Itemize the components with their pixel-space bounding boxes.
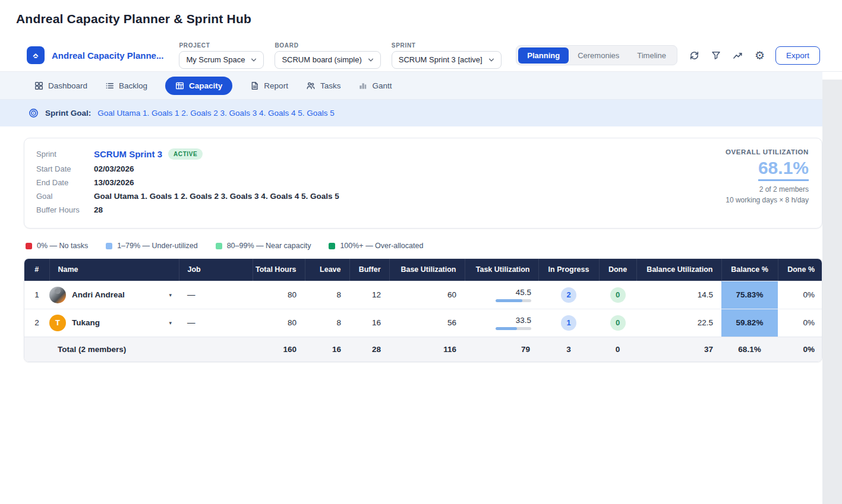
chevron-down-icon [488,58,494,62]
member: Andri Andreal▾ [49,287,179,303]
member: TTukang▾ [49,315,179,331]
capacity-icon [175,81,184,90]
tasks-icon [306,81,316,90]
col-header-balance-: Balance % [721,259,778,281]
field-value-text: Goal Utama 1. Goals 1 2. Goals 2 3. Goal… [94,192,339,201]
nav-item-label: Tasks [320,81,341,90]
col-header-buffer: Buffer [349,259,389,281]
sprint-select[interactable]: SCRUM Sprint 3 [active] [392,51,502,69]
board-select[interactable]: SCRUM board (simple) [275,51,380,69]
backlog-icon [105,81,114,90]
in-progress-badge[interactable]: 2 [561,287,576,303]
field-end-date: End Date13/03/2026 [36,178,339,187]
sprint-summary-card: SprintSCRUM Sprint 3ACTIVEStart Date02/0… [24,138,822,229]
page-title: Andreal Capacity Planner & Sprint Hub [16,12,842,26]
table-row: 1Andri Andreal▾—808126045.52014.575.83%0… [24,281,822,309]
context-selectors: PROJECTMy Scrum SpaceBOARDSCRUM board (s… [179,42,501,69]
field-value-text: 13/03/2026 [94,178,134,187]
col-header--: # [24,259,49,281]
nav-item-dashboard[interactable]: Dashboard [34,81,87,90]
done-badge[interactable]: 0 [610,315,626,331]
total-done: 0 [599,337,636,362]
target-icon [29,108,39,118]
nav-item-report[interactable]: Report [250,81,288,90]
job-cell: — [179,309,253,337]
col-header-total-hours: Total Hours [253,259,305,281]
export-button[interactable]: Export [775,46,820,65]
col-header-done: Done [599,259,636,281]
col-header-name: Name [49,259,179,281]
total-label: Total (2 members) [49,337,179,362]
table-total-row: Total (2 members)160162811679303768.1%0% [24,337,822,362]
logo-arrow-up-icon [31,50,40,60]
task-utilization: 33.5 [465,316,538,330]
leave-cell: 8 [305,281,349,309]
chevron-down-icon [368,58,374,62]
legend-label: 1–79% — Under-utilized [117,242,198,250]
view-tab-ceremonies[interactable]: Ceremonies [569,47,628,64]
total-base-utilization: 116 [389,337,465,362]
done-pct-cell: 0% [778,309,822,337]
selected-value: SCRUM board (simple) [282,55,361,64]
done-cell: 0 [599,309,636,337]
gear-icon[interactable]: ⚙ [755,50,765,61]
row-expand-caret-icon[interactable]: ▾ [169,292,172,298]
done-badge[interactable]: 0 [610,287,626,303]
selector-sprint: SPRINTSCRUM Sprint 3 [active] [392,42,502,69]
sprint-goal-text: Goal Utama 1. Goals 1 2. Goals 2 3. Goal… [97,109,334,118]
nav-item-backlog[interactable]: Backlog [105,81,147,90]
legend-label: 100%+ — Over-allocated [340,242,423,250]
legend-item: 0% — No tasks [26,242,88,250]
sprint-fields: SprintSCRUM Sprint 3ACTIVEStart Date02/0… [36,148,339,219]
nav-item-gantt[interactable]: Gantt [358,81,392,90]
member-name: Andri Andreal [72,290,125,299]
table-header-row: #NameJobTotal HoursLeaveBufferBase Utili… [24,259,822,281]
task-utilization-cell: 33.5 [465,309,538,337]
brand-title[interactable]: Andreal Capacity Planne... [52,50,163,61]
balance-pct-cell: 75.83% [721,281,778,309]
total-balance-utilization: 37 [636,337,721,362]
view-tab-timeline[interactable]: Timeline [628,47,675,64]
nav-item-label: Gantt [372,81,392,90]
row-number-cell: 2 [24,309,49,337]
selector-board: BOARDSCRUM board (simple) [275,42,380,69]
leave-cell: 8 [305,309,349,337]
app-logo[interactable] [27,46,45,64]
legend-label: 80–99% — Near capacity [227,242,311,250]
total-task-utilization: 79 [465,337,538,362]
row-expand-caret-icon[interactable]: ▾ [169,320,172,326]
view-tab-planning[interactable]: Planning [518,47,569,64]
app-header: Andreal Capacity Planne... PROJECTMy Scr… [0,39,842,72]
field-goal: GoalGoal Utama 1. Goals 1 2. Goals 2 3. … [36,192,339,201]
trend-icon[interactable] [733,50,743,61]
selected-value: SCRUM Sprint 3 [active] [399,55,483,64]
utilization-members: 2 of 2 members [726,185,809,194]
refresh-icon[interactable] [689,50,699,61]
col-header-base-utilization: Base Utilization [389,259,465,281]
project-select[interactable]: My Scrum Space [179,51,264,69]
sprint-goal-label: Sprint Goal: [45,109,91,118]
total-hours-cell: 80 [253,309,305,337]
report-icon [250,81,259,90]
field-label: Start Date [36,164,94,173]
col-header-done-: Done % [778,259,822,281]
nav-item-label: Backlog [119,81,147,90]
in-progress-badge[interactable]: 1 [561,315,576,331]
base-utilization-cell: 60 [389,281,465,309]
col-header-balance-utilization: Balance Utilization [636,259,721,281]
field-label: Goal [36,192,94,201]
legend-item: 80–99% — Near capacity [216,242,311,250]
page-gutter [822,80,842,504]
total-in-progress: 3 [538,337,599,362]
filter-icon[interactable] [711,50,721,60]
legend-swatch [106,243,112,249]
buffer-cell: 12 [349,281,389,309]
nav-item-tasks[interactable]: Tasks [306,81,341,90]
selector-label: BOARD [275,42,380,49]
view-switch: PlanningCeremoniesTimeline [516,45,677,65]
nav-item-capacity[interactable]: Capacity [165,77,232,95]
sprint-link[interactable]: SCRUM Sprint 3 [94,149,162,159]
avatar: T [49,315,66,331]
total-done-pct: 0% [778,337,822,362]
col-header-in-progress: In Progress [538,259,599,281]
